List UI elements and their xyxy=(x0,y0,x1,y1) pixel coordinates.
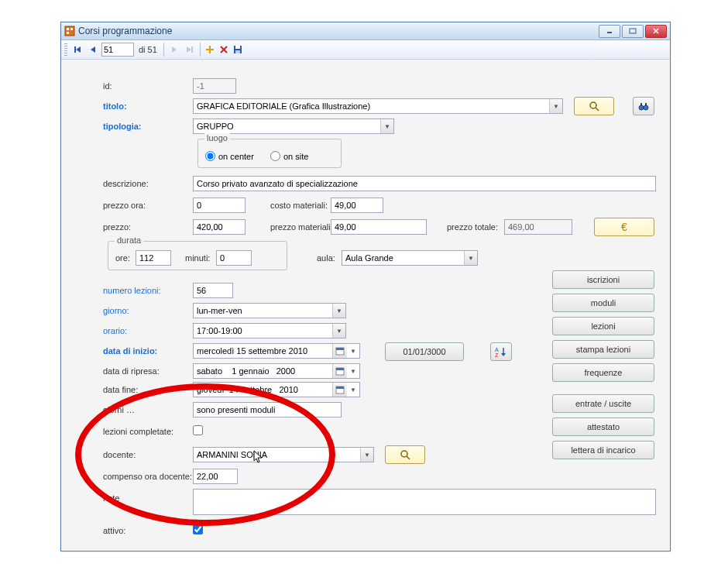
data-inizio-picker[interactable]: mercoledì 15 settembre 2010 ▼ xyxy=(193,343,360,359)
svg-rect-31 xyxy=(336,387,344,389)
date-reset-button[interactable]: 01/01/3000 xyxy=(385,342,464,361)
iscrizioni-button[interactable]: iscrizioni xyxy=(552,270,654,289)
stampa-lezioni-button[interactable]: stampa lezioni xyxy=(552,340,654,359)
chevron-down-icon: ▼ xyxy=(464,251,477,265)
entrate-uscite-button[interactable]: entrate / uscite xyxy=(552,394,654,413)
svg-rect-24 xyxy=(336,348,344,350)
minimize-button[interactable] xyxy=(599,25,620,38)
id-label: id: xyxy=(103,81,112,91)
prezzo-materiali-label: prezzo materiali: xyxy=(270,222,333,232)
orario-combo[interactable]: 17:00-19:00▼ xyxy=(193,323,346,338)
on-center-radio[interactable]: on center xyxy=(205,151,254,161)
close-button[interactable] xyxy=(645,25,667,38)
ore-field[interactable] xyxy=(136,250,171,266)
lettera-incarico-button[interactable]: lettera di incarico xyxy=(552,441,654,459)
descrizione-field[interactable] xyxy=(193,176,656,191)
costo-materiali-field[interactable] xyxy=(331,198,383,213)
binoculars-icon xyxy=(637,101,650,112)
numero-lezioni-field[interactable] xyxy=(193,283,233,298)
tipologia-combo[interactable]: GRUPPO▼ xyxy=(193,119,394,134)
chevron-down-icon: ▼ xyxy=(347,387,359,393)
chevron-down-icon: ▼ xyxy=(380,119,393,133)
find-all-button[interactable] xyxy=(633,97,654,115)
prezzo-ora-field[interactable] xyxy=(193,198,246,213)
giorni-moduli-field[interactable] xyxy=(193,402,342,418)
costo-materiali-label: costo materiali: xyxy=(270,201,328,210)
svg-rect-5 xyxy=(630,29,636,33)
svg-point-32 xyxy=(401,451,407,457)
save-icon[interactable] xyxy=(232,43,244,56)
maximize-button[interactable] xyxy=(622,25,644,38)
delete-icon[interactable] xyxy=(218,43,230,56)
nav-total-label: di 51 xyxy=(136,45,160,54)
note-label: note xyxy=(103,493,119,503)
svg-line-33 xyxy=(407,456,410,459)
lezioni-button[interactable]: lezioni xyxy=(552,317,654,335)
frequenze-button[interactable]: frequenze xyxy=(552,363,654,382)
svg-rect-9 xyxy=(191,46,193,53)
chevron-down-icon: ▼ xyxy=(360,448,373,462)
giorno-combo[interactable]: lun-mer-ven▼ xyxy=(193,303,346,318)
chevron-down-icon: ▼ xyxy=(347,348,359,355)
svg-rect-1 xyxy=(67,28,69,30)
orario-label: orario: xyxy=(103,326,127,335)
calendar-icon xyxy=(332,344,347,358)
attivo-checkbox[interactable] xyxy=(193,524,203,534)
sort-button[interactable]: A Z xyxy=(490,342,512,361)
lezioni-completate-checkbox[interactable] xyxy=(193,425,203,435)
giorno-label: giorno: xyxy=(103,306,129,315)
svg-rect-0 xyxy=(65,26,74,36)
ore-label: ore: xyxy=(115,253,130,263)
svg-rect-2 xyxy=(70,28,73,30)
sort-icon: A Z xyxy=(495,346,507,357)
svg-point-17 xyxy=(590,102,596,108)
navigator-toolbar: di 51 xyxy=(61,40,670,60)
nav-prev-button[interactable] xyxy=(86,43,100,57)
magnifier-icon xyxy=(589,101,599,112)
on-site-radio[interactable]: on site xyxy=(270,151,308,161)
svg-rect-21 xyxy=(640,103,642,106)
svg-rect-22 xyxy=(645,103,647,106)
calendar-icon xyxy=(332,383,347,397)
add-new-icon[interactable] xyxy=(204,43,216,56)
compenso-field[interactable] xyxy=(193,469,238,484)
prezzo-totale-field xyxy=(504,219,572,235)
nav-next-button[interactable] xyxy=(167,43,181,57)
giorni-moduli-label: giorni … xyxy=(103,405,135,414)
nav-last-button[interactable] xyxy=(183,43,197,57)
titolo-search-button[interactable] xyxy=(574,97,614,115)
compenso-label: compenso ora docente: xyxy=(103,472,192,481)
svg-rect-8 xyxy=(74,46,76,53)
docente-combo[interactable]: ARMANINI SONIA▼ xyxy=(193,447,374,462)
aula-label: aula: xyxy=(317,253,335,263)
prezzo-label: prezzo: xyxy=(103,222,131,232)
prezzo-ora-label: prezzo ora: xyxy=(103,201,146,210)
docente-search-button[interactable] xyxy=(385,445,425,464)
nav-first-button[interactable] xyxy=(70,43,84,57)
data-inizio-label: data di inizio: xyxy=(103,346,157,356)
titolo-combo[interactable]: GRAFICA EDITORIALE (Grafica Illustrazion… xyxy=(193,98,563,114)
svg-text:A: A xyxy=(495,347,499,352)
aula-combo[interactable]: Aula Grande▼ xyxy=(342,250,478,266)
data-fine-picker[interactable]: giovedì 14 ottobre 2010 ▼ xyxy=(193,382,360,397)
prezzo-totale-label: prezzo totale: xyxy=(447,222,498,232)
euro-button[interactable]: € xyxy=(594,218,654,236)
svg-rect-15 xyxy=(235,46,240,49)
prezzo-field[interactable] xyxy=(193,219,246,235)
data-ripresa-label: data di ripresa: xyxy=(103,366,160,376)
nav-position-input[interactable] xyxy=(101,43,134,57)
docente-label: docente: xyxy=(103,450,136,459)
chevron-down-icon: ▼ xyxy=(347,368,359,375)
data-ripresa-picker[interactable]: sabato 1 gennaio 2000 ▼ xyxy=(193,363,360,379)
svg-rect-29 xyxy=(336,368,344,370)
prezzo-materiali-field[interactable] xyxy=(331,219,427,235)
id-field xyxy=(193,78,236,94)
minuti-field[interactable] xyxy=(216,250,252,266)
moduli-button[interactable]: moduli xyxy=(552,294,654,312)
toolbar-grip xyxy=(64,43,67,56)
svg-rect-16 xyxy=(235,50,240,53)
attestato-button[interactable]: attestato xyxy=(552,418,654,436)
svg-text:Z: Z xyxy=(495,352,499,357)
note-field[interactable] xyxy=(193,489,656,515)
tipologia-label: tipologia: xyxy=(103,122,142,131)
